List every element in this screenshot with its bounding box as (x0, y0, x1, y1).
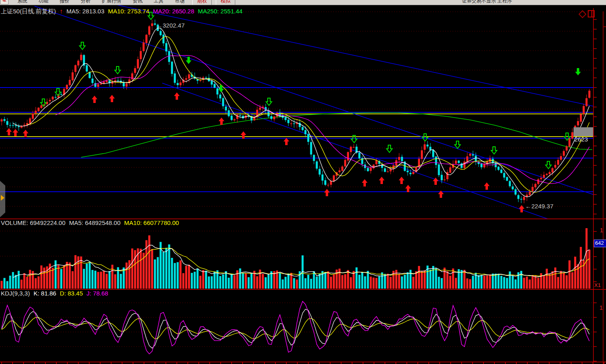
split-window-divider (591, 11, 592, 17)
volume-current-badge: 642 (594, 240, 606, 247)
ma-label-2: MA20: 2650.28 (153, 8, 194, 15)
volume-label-1: MA5: 64892548.00 (69, 219, 120, 226)
kdj-label-0: KDJ(9,3,3) (1, 290, 30, 297)
split-window-icon[interactable] (588, 10, 595, 17)
last-price-label: 2623 (574, 136, 588, 143)
chart-title: 上证50(日线.前复权) (1, 8, 56, 15)
volume-label-2: MA10: 66077780.00 (124, 219, 179, 226)
volume-unit-label: X1 (594, 282, 601, 288)
volume-axis-top-label: 1 (600, 227, 603, 233)
chart-canvas[interactable] (0, 0, 606, 364)
menu-item-7[interactable]: 市场 (169, 0, 190, 4)
volume-label-0: VOLUME: 69492224.00 (1, 219, 65, 226)
menu-item-4[interactable]: 扩展行情 (96, 0, 127, 4)
menu-red-button-1[interactable]: 模拟 (216, 0, 235, 5)
menu-item-3[interactable]: 分析 (75, 0, 96, 4)
menu-item-6[interactable]: 工具 (148, 0, 169, 4)
kdj-labels: KDJ(9,3,3)K: 81.86D: 83.45J: 78.68 (1, 290, 112, 297)
main-pane-header: 上证50(日线.前复权)↑MA5: 2813.03MA10: 2753.74MA… (1, 8, 250, 15)
menu-red-button-0[interactable]: 期权 (192, 0, 212, 5)
menu-red-buttons: 期权模拟 (190, 0, 237, 5)
back-icon[interactable]: ≪ (0, 0, 9, 4)
kdj-pane-header: KDJ(9,3,3)K: 81.86D: 83.45J: 78.68 (1, 290, 116, 297)
menu-item-5[interactable]: 资讯 (127, 0, 148, 4)
trading-app-window: ≪ 系统功能报价分析扩展行情资讯工具市场 期权模拟 证券交易不显示 主程序 上证… (0, 0, 606, 364)
peak-price-annotation: ←3202.47 (157, 22, 185, 29)
ma-label-0: MA5: 2813.03 (67, 8, 104, 15)
ma-labels: MA5: 2813.03MA10: 2753.74MA20: 2650.28MA… (67, 8, 246, 15)
menu-items: 系统功能报价分析扩展行情资讯工具市场 (12, 0, 190, 4)
menu-item-2[interactable]: 报价 (54, 0, 75, 4)
kdj-label-3: J: 78.68 (86, 290, 108, 297)
kdj-axis-top-label: 1 (600, 304, 603, 311)
buy-signal-arrow-icon: ↑ (60, 8, 63, 15)
menu-bar: ≪ 系统功能报价分析扩展行情资讯工具市场 期权模拟 证券交易不显示 主程序 (0, 0, 606, 5)
ma-label-3: MA250: 2551.44 (198, 8, 243, 15)
kdj-label-1: K: 81.86 (34, 290, 56, 297)
volume-pane-header: VOLUME: 69492224.00MA5: 64892548.00MA10:… (1, 219, 186, 226)
ma-label-1: MA10: 2753.74 (108, 8, 149, 15)
volume-labels: VOLUME: 69492224.00MA5: 64892548.00MA10:… (1, 219, 183, 226)
kdj-label-2: D: 83.45 (60, 290, 83, 297)
menu-status-text: 证券交易不显示 主程序 (462, 0, 512, 4)
menu-item-1[interactable]: 功能 (33, 0, 54, 4)
menu-row: ≪ 系统功能报价分析扩展行情资讯工具市场 期权模拟 证券交易不显示 主程序 (0, 0, 606, 5)
drawer-expand-arrow-icon[interactable] (1, 195, 4, 201)
menu-item-0[interactable]: 系统 (12, 0, 33, 4)
trough-price-annotation: ←2249.37 (525, 203, 553, 210)
